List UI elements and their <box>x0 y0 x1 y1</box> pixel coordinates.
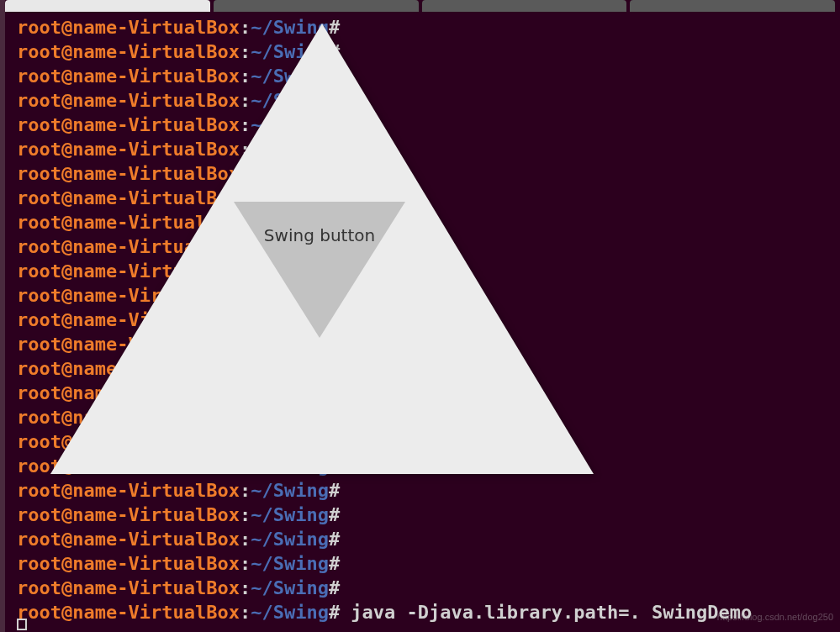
prompt-colon: : <box>240 577 251 598</box>
prompt-hash: # <box>329 17 340 38</box>
prompt-colon: : <box>240 456 251 477</box>
terminal-output[interactable]: root@name-VirtualBox:~/Swing#root@name-V… <box>17 15 840 624</box>
terminal-tab-3[interactable] <box>422 0 627 12</box>
prompt-colon: : <box>240 139 251 160</box>
prompt-colon: : <box>240 41 251 62</box>
terminal-tab-2[interactable] <box>214 0 419 12</box>
prompt-hash: # <box>329 41 340 62</box>
prompt-colon: : <box>240 66 251 87</box>
prompt-colon: : <box>240 431 251 452</box>
prompt-path: ~/Swing <box>251 407 329 428</box>
prompt-colon: : <box>240 90 251 111</box>
prompt-user-host: root@name-VirtualBox <box>17 66 240 87</box>
terminal-line: root@name-VirtualBox:~/Swing# <box>17 234 840 259</box>
swing-button-label: Swing button <box>234 225 405 245</box>
prompt-colon: : <box>240 17 251 38</box>
terminal-line: root@name-VirtualBox:~/Swing# <box>17 210 840 234</box>
prompt-colon: : <box>240 382 251 403</box>
prompt-path: ~/Swing <box>251 602 329 623</box>
prompt-path: ~/Swing <box>251 431 329 452</box>
prompt-path: ~/Swing <box>251 66 329 87</box>
terminal-line: root@name-VirtualBox:~/Swing# <box>17 283 840 308</box>
prompt-hash: # <box>329 456 340 477</box>
prompt-path: ~/Swing <box>251 382 329 403</box>
prompt-path: ~/Swing <box>251 358 329 379</box>
prompt-path: ~/Swing <box>251 504 329 525</box>
prompt-path: ~/Swing <box>251 577 329 598</box>
triangle-button-shape <box>234 202 405 338</box>
prompt-colon: : <box>240 504 251 525</box>
prompt-user-host: root@name-VirtualBox <box>17 456 240 477</box>
prompt-hash: # <box>329 553 340 574</box>
terminal-line: root@name-VirtualBox:~/Swing# <box>17 137 840 161</box>
prompt-user-host: root@name-VirtualBox <box>17 114 240 135</box>
terminal-line: root@name-VirtualBox:~/Swing# <box>17 161 840 186</box>
prompt-user-host: root@name-VirtualBox <box>17 41 240 62</box>
prompt-hash: # <box>329 529 340 550</box>
prompt-user-host: root@name-VirtualBox <box>17 17 240 38</box>
terminal-line: root@name-VirtualBox:~/Swing# <box>17 356 840 381</box>
left-strip <box>0 0 5 632</box>
swing-button[interactable]: Swing button <box>234 202 405 338</box>
terminal-tab-4[interactable] <box>630 0 835 12</box>
watermark: https://blog.csdn.net/dog250 <box>717 612 833 622</box>
prompt-user-host: root@name-VirtualBox <box>17 431 240 452</box>
prompt-user-host: root@name-VirtualBox <box>17 187 240 208</box>
prompt-colon: : <box>240 407 251 428</box>
terminal-line: root@name-VirtualBox:~/Swing# <box>17 186 840 210</box>
terminal-line: root@name-VirtualBox:~/Swing# <box>17 113 840 137</box>
terminal-line: root@name-VirtualBox:~/Swing# <box>17 551 840 576</box>
terminal-line: root@name-VirtualBox:~/Swing# <box>17 88 840 113</box>
terminal-line: root@name-VirtualBox:~/Swing# <box>17 527 840 551</box>
prompt-hash: # <box>329 480 340 501</box>
prompt-hash: # <box>329 504 340 525</box>
tab-bar <box>0 0 840 12</box>
prompt-hash: # <box>329 139 340 160</box>
terminal-line: root@name-VirtualBox:~/Swing# <box>17 15 840 40</box>
prompt-colon: : <box>240 529 251 550</box>
prompt-path: ~/Swing <box>251 553 329 574</box>
terminal-line: root@name-VirtualBox:~/Swing# <box>17 478 840 503</box>
prompt-user-host: root@name-VirtualBox <box>17 504 240 525</box>
prompt-user-host: root@name-VirtualBox <box>17 139 240 160</box>
terminal-line: root@name-VirtualBox:~/Swing# <box>17 381 840 405</box>
prompt-hash: # <box>329 163 340 184</box>
prompt-hash: # <box>329 66 340 87</box>
prompt-user-host: root@name-VirtualBox <box>17 358 240 379</box>
prompt-path: ~/Swing <box>251 139 329 160</box>
prompt-hash: # <box>329 90 340 111</box>
prompt-hash: # <box>329 382 340 403</box>
terminal-line: root@name-VirtualBox:~/Swing# <box>17 64 840 88</box>
prompt-user-host: root@name-VirtualBox <box>17 602 240 623</box>
prompt-user-host: root@name-VirtualBox <box>17 334 240 355</box>
prompt-user-host: root@name-VirtualBox <box>17 529 240 550</box>
prompt-colon: : <box>240 163 251 184</box>
prompt-user-host: root@name-VirtualBox <box>17 577 240 598</box>
prompt-hash: # <box>329 431 340 452</box>
prompt-path: ~/Swing <box>251 114 329 135</box>
prompt-path: ~/Swing <box>251 456 329 477</box>
prompt-path: ~/Swing <box>251 41 329 62</box>
terminal-line: root@name-VirtualBox:~/Swing# <box>17 405 840 429</box>
prompt-user-host: root@name-VirtualBox <box>17 285 240 306</box>
prompt-colon: : <box>240 480 251 501</box>
terminal-line: root@name-VirtualBox:~/Swing# <box>17 259 840 283</box>
terminal-tab-1[interactable] <box>5 0 210 12</box>
terminal-line: root@name-VirtualBox:~/Swing# <box>17 429 840 454</box>
prompt-colon: : <box>240 602 251 623</box>
prompt-user-host: root@name-VirtualBox <box>17 261 240 282</box>
prompt-path: ~/Swing <box>251 529 329 550</box>
prompt-path: ~/Swing <box>251 163 329 184</box>
prompt-user-host: root@name-VirtualBox <box>17 382 240 403</box>
prompt-hash: # <box>329 577 340 598</box>
prompt-user-host: root@name-VirtualBox <box>17 407 240 428</box>
prompt-user-host: root@name-VirtualBox <box>17 212 240 233</box>
terminal-line: root@name-VirtualBox:~/Swing# <box>17 503 840 527</box>
command-text: java -Djava.library.path=. SwingDemo <box>340 602 752 623</box>
prompt-user-host: root@name-VirtualBox <box>17 163 240 184</box>
prompt-path: ~/Swing <box>251 17 329 38</box>
prompt-hash: # <box>329 407 340 428</box>
prompt-user-host: root@name-VirtualBox <box>17 309 240 330</box>
prompt-colon: : <box>240 358 251 379</box>
prompt-user-host: root@name-VirtualBox <box>17 236 240 257</box>
